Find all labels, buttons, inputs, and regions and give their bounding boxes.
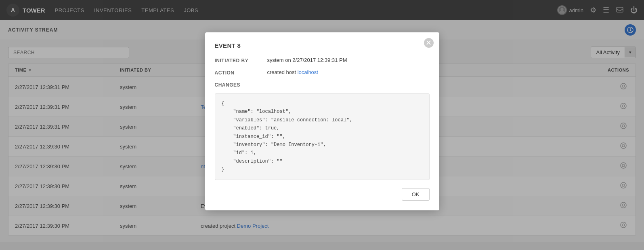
initiated-row: INITIATED BY system on 2/27/2017 12:39:3…	[215, 57, 430, 64]
initiated-value: system on 2/27/2017 12:39:31 PM	[267, 57, 430, 63]
modal-close-button[interactable]: ✕	[424, 38, 434, 48]
ok-button[interactable]: OK	[402, 188, 430, 201]
action-text: created host	[267, 69, 298, 75]
modal-footer: OK	[215, 188, 430, 201]
modal-title: EVENT 8	[215, 42, 430, 49]
action-row: ACTION created host localhost	[215, 69, 430, 76]
changes-row: CHANGES	[215, 81, 430, 88]
changes-json-box: { "name": "localhost", "variables": "ans…	[215, 93, 430, 180]
action-value: created host localhost	[267, 69, 430, 75]
action-label: ACTION	[215, 69, 267, 76]
changes-label: CHANGES	[215, 81, 267, 88]
modal-overlay: ✕ EVENT 8 INITIATED BY system on 2/27/20…	[0, 0, 644, 250]
initiated-label: INITIATED BY	[215, 57, 267, 64]
action-link[interactable]: localhost	[298, 69, 318, 75]
event-detail-modal: ✕ EVENT 8 INITIATED BY system on 2/27/20…	[205, 32, 439, 210]
